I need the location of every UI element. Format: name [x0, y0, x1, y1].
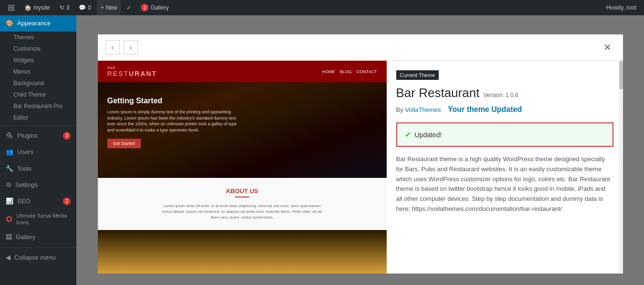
background-label: Background — [13, 80, 44, 87]
wp-icon: ⊞ — [8, 2, 15, 13]
sidebar-item-editor[interactable]: Editor — [0, 112, 76, 123]
menus-label: Menus — [13, 68, 31, 75]
modal-body: B&B RESTURANT HOME BLOG CONTACT — [98, 61, 623, 274]
themes-label: Themes — [13, 34, 34, 41]
sidebar-item-background[interactable]: Background — [0, 77, 76, 89]
logo-name: RESTURANT — [107, 70, 157, 77]
customize-label: Customize — [13, 45, 41, 52]
sidebar-item-settings[interactable]: ⚙ Settings — [0, 177, 76, 193]
new-content-item[interactable]: + New — [97, 0, 121, 15]
logo-part1: B&B — [107, 66, 157, 70]
social-icon: ⭕ — [6, 216, 12, 223]
preview-nav: HOME BLOG CONTACT — [322, 69, 377, 74]
menu-separator-bottom — [0, 247, 76, 248]
comments-count: 0 — [88, 4, 91, 11]
vault-icon: ✓ — [127, 4, 131, 11]
theme-preview-image: B&B RESTURANT HOME BLOG CONTACT — [98, 61, 387, 274]
sidebar-item-bar-restaurant-pro[interactable]: Bar Restaurant Pro — [0, 100, 76, 112]
settings-label: Settings — [15, 181, 38, 189]
theme-name: Bar Restaurant — [396, 86, 480, 100]
updates-item[interactable]: ↻ 3 — [56, 0, 74, 15]
plugins-label: Plugins — [17, 132, 38, 140]
seo-label: SEO — [17, 197, 30, 206]
prev-arrow-icon: ‹ — [111, 44, 114, 51]
collapse-label: Collapse menu — [14, 253, 56, 262]
site-name-item[interactable]: 🏠 mysite — [21, 0, 54, 15]
theme-overlay: ‹ › ✕ — [76, 15, 644, 285]
scrollbar-thumb[interactable] — [619, 61, 623, 89]
wp-logo-item[interactable]: ⊞ — [4, 0, 19, 15]
gallery-label: Gallery — [150, 4, 169, 11]
about-title-underline — [235, 197, 249, 197]
new-label: + New — [101, 4, 117, 11]
wp-wrap: 🎨 Appearance Themes Customize Widgets Me… — [0, 15, 644, 285]
by-label: By — [396, 106, 403, 113]
sidebar-item-customize[interactable]: Customize — [0, 43, 76, 55]
current-theme-badge: Current Theme — [396, 70, 439, 80]
plugins-icon: 🔌 — [6, 132, 13, 140]
theme-info-panel: Current Theme Bar Restaurant Version: 1.… — [387, 61, 623, 274]
prev-theme-button[interactable]: ‹ — [106, 40, 120, 55]
sidebar-item-seo[interactable]: 📊 SEO 2 — [0, 193, 76, 209]
sidebar-item-themes[interactable]: Themes — [0, 32, 76, 43]
sidebar-item-appearance[interactable]: 🎨 Appearance — [0, 15, 76, 32]
author-link[interactable]: VoilaThemes — [405, 106, 443, 113]
bar-restaurant-pro-label: Bar Restaurant Pro — [13, 103, 63, 110]
widgets-label: Widgets — [13, 57, 34, 64]
seo-badge: 2 — [63, 197, 71, 205]
plugins-badge: 3 — [63, 132, 71, 140]
next-arrow-icon: › — [129, 44, 132, 51]
hero-cta-button[interactable]: Get Started — [107, 139, 141, 148]
hero-content: Getting Started Lorem Ipsum is simply du… — [107, 97, 377, 148]
updated-notice-label: Updated! — [415, 131, 442, 139]
hero-text: Lorem Ipsum is simply dummy text of the … — [107, 109, 241, 133]
author-name: VoilaThemes — [405, 106, 441, 113]
check-icon: ✔ — [405, 130, 411, 139]
vault-item[interactable]: ✓ — [123, 0, 135, 15]
theme-detail-modal: ‹ › ✕ — [98, 34, 623, 274]
admin-bar: ⊞ 🏠 mysite ↻ 3 💬 0 + New ✓ 2 Gallery How… — [0, 0, 644, 15]
close-modal-button[interactable]: ✕ — [600, 41, 615, 54]
sidebar-item-plugins[interactable]: 🔌 Plugins 3 — [0, 128, 76, 144]
gallery-badge: 2 — [141, 4, 148, 11]
child-theme-label: Child Theme — [13, 91, 46, 98]
sidebar-collapse-item[interactable]: ◀ Collapse menu — [0, 250, 76, 266]
theme-screenshot-panel: B&B RESTURANT HOME BLOG CONTACT — [98, 61, 387, 274]
scrollbar-track[interactable] — [619, 61, 623, 274]
sidebar-item-users[interactable]: 👥 Users — [0, 144, 76, 160]
editor-label: Editor — [13, 114, 28, 121]
theme-version: Version: 1.0.6 — [483, 92, 518, 99]
hero-title: Getting Started — [107, 97, 377, 105]
theme-updated-text: Your theme Updated — [448, 105, 522, 114]
admin-menu: 🎨 Appearance Themes Customize Widgets Me… — [0, 15, 76, 285]
sidebar-item-gallery[interactable]: 🖼 Gallery — [0, 229, 76, 245]
appearance-icon: 🎨 — [6, 19, 13, 28]
adminbar-howdy: Howdy, root — [602, 4, 640, 11]
sidebar-item-menus[interactable]: Menus — [0, 66, 76, 77]
comments-item[interactable]: 💬 0 — [75, 0, 95, 15]
tools-icon: 🔧 — [6, 164, 13, 173]
tools-label: Tools — [17, 164, 32, 173]
preview-about-section: ABOUT US Lorem ipsum dolor sit amet, id … — [98, 178, 387, 230]
themes-page: ‹ › ✕ — [76, 15, 644, 285]
sidebar-item-social-media[interactable]: ⭕ Ultimate Social Media Icons — [0, 209, 76, 229]
theme-title-row: Bar Restaurant Version: 1.0.6 — [396, 86, 613, 102]
next-theme-button[interactable]: › — [124, 40, 138, 55]
adminbar-left: ⊞ 🏠 mysite ↻ 3 💬 0 + New ✓ 2 Gallery — [4, 0, 602, 15]
users-icon: 👥 — [6, 148, 13, 156]
gallery-item[interactable]: 2 Gallery — [137, 0, 172, 15]
about-text: Lorem ipsum dolor sit amet, id at amet d… — [158, 203, 326, 220]
menu-separator — [0, 125, 76, 126]
preview-header: B&B RESTURANT HOME BLOG CONTACT — [98, 61, 387, 82]
sidebar-item-child-theme[interactable]: Child Theme — [0, 89, 76, 100]
users-label: Users — [17, 148, 33, 156]
gallery-sidebar-label: Gallery — [16, 233, 35, 241]
sidebar-item-tools[interactable]: 🔧 Tools — [0, 161, 76, 177]
close-icon: ✕ — [603, 42, 612, 53]
collapse-icon: ◀ — [6, 253, 11, 262]
theme-author: By VoilaThemes Your theme Updated — [396, 105, 613, 120]
sidebar-item-widgets[interactable]: Widgets — [0, 55, 76, 66]
seo-icon: 📊 — [6, 197, 13, 206]
social-label: Ultimate Social Media Icons — [16, 212, 71, 226]
updates-count: 3 — [66, 4, 70, 11]
